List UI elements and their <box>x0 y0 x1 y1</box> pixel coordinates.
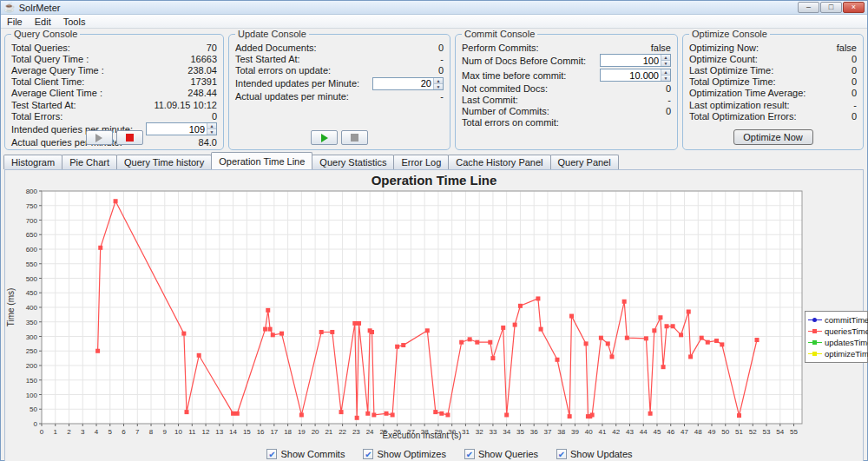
last-optimize-time-value: 0 <box>852 65 857 76</box>
total-client-time-value: 17391 <box>190 76 217 87</box>
svg-text:22: 22 <box>339 428 346 436</box>
spinner-down-icon[interactable]: ▼ <box>661 75 670 81</box>
optimizetime-swatch-icon <box>808 350 822 358</box>
svg-text:300: 300 <box>26 333 38 341</box>
perform-commits-label: Perform Commits: <box>462 43 539 53</box>
svg-text:Execution Instant (s): Execution Instant (s) <box>382 431 461 440</box>
tab-cache-history-panel[interactable]: Cache History Panel <box>448 155 550 169</box>
app-window: ☕ SolrMeter – □ × FileEditTools Query Co… <box>0 0 868 461</box>
actual-updates-per-minute-value: - <box>440 91 444 102</box>
svg-text:49: 49 <box>708 428 716 436</box>
committime-swatch-icon <box>808 316 822 324</box>
checkbox-label: Show Commits <box>280 449 345 459</box>
checkbox-show-optimizes[interactable]: ✔Show Optimizes <box>363 449 445 459</box>
last-commit-row: Last Commit:- <box>461 94 672 105</box>
commit-console-rows: Perform Commits:falseNum of Docs Before … <box>461 42 672 128</box>
svg-text:500: 500 <box>26 275 38 283</box>
svg-text:7: 7 <box>135 428 140 436</box>
minimize-button-icon[interactable]: – <box>798 2 819 13</box>
svg-text:45: 45 <box>654 428 661 436</box>
query-play-button[interactable] <box>86 130 113 145</box>
checkbox-icon[interactable]: ✔ <box>556 449 567 459</box>
svg-text:800: 800 <box>26 188 38 195</box>
spinner-down-icon[interactable]: ▼ <box>433 83 443 89</box>
query-stop-button[interactable] <box>116 130 143 145</box>
checkbox-icon[interactable]: ✔ <box>363 449 373 459</box>
average-query-time-label: Average Query Time : <box>11 65 104 76</box>
svg-text:19: 19 <box>298 428 306 436</box>
total-client-time-label: Total Client Time: <box>11 76 84 87</box>
svg-text:400: 400 <box>26 304 38 312</box>
total-errors-on-update-value: 0 <box>438 65 444 76</box>
update-stop-button[interactable] <box>341 130 368 145</box>
average-client-time-row: Average Client Time :248.44 <box>10 88 218 99</box>
svg-text:350: 350 <box>26 319 38 326</box>
checkbox-icon[interactable]: ✔ <box>464 449 475 459</box>
tab-error-log[interactable]: Error Log <box>393 155 449 169</box>
checkbox-show-commits[interactable]: ✔Show Commits <box>266 449 345 459</box>
menu-file[interactable]: File <box>1 16 29 28</box>
max-time-before-commit-input[interactable] <box>601 69 661 81</box>
last-commit-value: - <box>667 95 671 105</box>
optimize-button-row: Optimize Now <box>683 129 863 145</box>
checkbox-show-updates[interactable]: ✔Show Updates <box>556 449 633 459</box>
svg-text:37: 37 <box>543 428 551 436</box>
maximize-button-icon[interactable]: □ <box>820 2 842 13</box>
optimize-count-row: Optimize Count:0 <box>688 53 858 64</box>
svg-text:15: 15 <box>243 428 251 436</box>
total-errors-on-update-row: Total errors on update:0 <box>234 64 444 76</box>
spinner-down-icon[interactable]: ▼ <box>661 60 670 66</box>
actual-updates-per-minute-row: Actual updates per minute:- <box>234 91 444 102</box>
checkbox-icon[interactable]: ✔ <box>266 449 277 459</box>
tab-query-time-history[interactable]: Query Time history <box>116 155 212 169</box>
average-client-time-value: 248.44 <box>187 88 217 98</box>
last-optimization-result-value: - <box>853 100 857 110</box>
legend-label-committime: commitTime <box>825 315 868 325</box>
tab-query-panel[interactable]: Query Panel <box>550 155 619 169</box>
checkbox-label: Show Queries <box>478 449 538 459</box>
intended-updates-per-minute-spinner: ▲▼ <box>372 77 444 90</box>
svg-text:600: 600 <box>26 246 38 254</box>
svg-text:47: 47 <box>681 428 688 436</box>
last-optimization-result-label: Last optimization result: <box>689 100 790 110</box>
tab-pie-chart[interactable]: Pie Chart <box>62 155 117 169</box>
menu-edit[interactable]: Edit <box>29 16 57 28</box>
svg-text:4: 4 <box>95 428 99 436</box>
commit-console: Commit Console Perform Commits:falseNum … <box>455 34 678 150</box>
optimize-console: Optimize Console Optimizing Now:falseOpt… <box>682 34 864 150</box>
total-queries-label: Total Queries: <box>11 43 70 53</box>
perform-commits-value: false <box>651 43 671 53</box>
close-button-icon[interactable]: × <box>843 2 865 13</box>
num-of-docs-before-commit-input[interactable] <box>601 55 661 66</box>
tab-operation-time-line[interactable]: Operation Time Line <box>211 152 312 169</box>
total-errors-label: Total Errors: <box>11 111 62 122</box>
commit-console-title: Commit Console <box>462 29 537 39</box>
test-started-at-value: 11.09.15 10:12 <box>154 100 217 110</box>
added-documents-label: Added Documents: <box>235 43 317 53</box>
tab-query-statistics[interactable]: Query Statistics <box>312 155 394 169</box>
not-commited-docs-label: Not commited Docs: <box>462 83 548 94</box>
svg-text:2: 2 <box>67 428 71 436</box>
svg-text:450: 450 <box>26 289 38 297</box>
update-play-button[interactable] <box>311 130 338 145</box>
total-queries-row: Total Queries:70 <box>10 42 218 53</box>
svg-text:14: 14 <box>229 428 237 436</box>
svg-text:48: 48 <box>694 428 702 436</box>
intended-updates-per-minute-input[interactable] <box>373 78 433 89</box>
menu-tools[interactable]: Tools <box>57 16 92 28</box>
svg-text:33: 33 <box>489 428 496 436</box>
update-console: Update Console Added Documents:0Test Sta… <box>228 34 450 150</box>
checkbox-show-queries[interactable]: ✔Show Queries <box>464 449 538 459</box>
svg-text:46: 46 <box>667 428 674 436</box>
svg-text:16: 16 <box>257 428 265 436</box>
legend-label-optimizetime: optimizeTime <box>825 349 868 359</box>
optimize-now-button[interactable]: Optimize Now <box>733 129 813 145</box>
query-console-controls <box>5 130 223 145</box>
total-optimization-errors-row: Total Optimization Errors:0 <box>688 110 858 122</box>
window-title: SolrMeter <box>19 3 61 13</box>
added-documents-value: 0 <box>438 43 444 53</box>
svg-text:38: 38 <box>557 428 565 436</box>
queriestime-swatch-icon <box>808 327 822 335</box>
test-started-at-value: - <box>440 54 444 64</box>
tab-histogram[interactable]: Histogram <box>3 155 62 169</box>
